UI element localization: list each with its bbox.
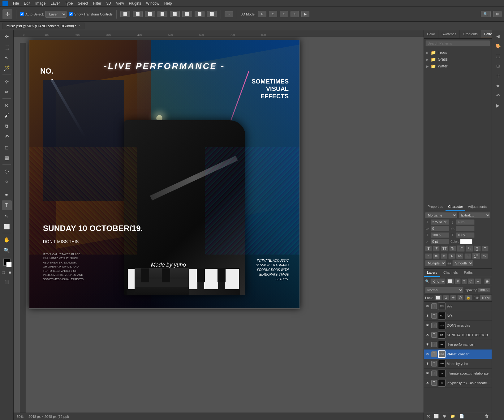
align-right-btn[interactable]: ⬜	[145, 11, 155, 17]
filter-shape-btn[interactable]: ⬡	[468, 278, 474, 284]
tracking-input[interactable]	[456, 226, 475, 231]
dodge-tool[interactable]: ○	[2, 177, 12, 186]
menu-3d[interactable]: 3D	[106, 1, 111, 6]
layer-vis-dont[interactable]: 👁	[425, 323, 430, 328]
layer-vis-made[interactable]: 👁	[425, 361, 430, 366]
tab-color[interactable]: Color	[424, 30, 438, 38]
align-top-btn[interactable]: ⬜	[157, 11, 167, 17]
text-tool[interactable]: T	[2, 200, 12, 210]
layer-item-intimate[interactable]: 👁 T Inti intimate acou...ith elaborate	[424, 369, 492, 378]
styles-panel-btn[interactable]: ★	[493, 81, 503, 90]
layer-vis-no[interactable]: 👁	[425, 313, 430, 318]
menu-select[interactable]: Select	[78, 1, 88, 6]
collapse-panel-btn[interactable]: ◀	[493, 32, 503, 41]
quick-mask-btn[interactable]: ◉	[7, 269, 13, 275]
lock-all-btn[interactable]: 🔒	[465, 295, 472, 300]
menu-view[interactable]: View	[116, 1, 124, 6]
fill-input[interactable]	[480, 295, 492, 301]
move-tool[interactable]: ✛	[2, 32, 12, 41]
font-size-input[interactable]	[431, 219, 449, 225]
fraction-btn[interactable]: ½	[481, 253, 488, 259]
ligature-ffi-btn[interactable]: ffi	[433, 253, 440, 259]
more-options-btn[interactable]: ···	[225, 11, 233, 17]
pattern-group-trees[interactable]: ▶ 📁 Trees	[424, 49, 492, 56]
font-family-select[interactable]: Morgante	[425, 212, 457, 218]
properties-panel-btn[interactable]: ⊞	[493, 61, 503, 71]
3d-move-btn[interactable]: ⊹	[291, 11, 299, 17]
layer-vis-live[interactable]: 👁	[425, 342, 430, 347]
auto-select-dropdown[interactable]: Layer Group	[45, 11, 67, 18]
history-tool[interactable]: ↶	[2, 132, 12, 142]
layer-vis-typically[interactable]: 👁	[425, 380, 430, 385]
anti-alias-select[interactable]: Multiple Single	[425, 260, 446, 266]
3d-zoom-btn[interactable]: ✦	[280, 11, 288, 17]
underline-btn[interactable]: T	[474, 246, 481, 251]
app-icon[interactable]	[2, 1, 8, 6]
delete-layer-btn[interactable]: 🗑	[483, 413, 490, 419]
lasso-tool[interactable]: ∿	[2, 53, 12, 62]
eraser-tool[interactable]: ◻	[2, 142, 12, 152]
allcaps-btn[interactable]: TT	[441, 246, 448, 251]
subscript-btn[interactable]: T+	[466, 245, 473, 252]
layers-panel-btn[interactable]: ⬚	[493, 51, 503, 61]
font-style-select[interactable]: ExtraB...	[459, 212, 491, 218]
add-adjustment-btn[interactable]: ⊕	[441, 413, 448, 419]
layer-item-made[interactable]: 👁 T Made Made by yuho	[424, 359, 492, 369]
layer-filter-select[interactable]: Kind	[430, 278, 446, 285]
menu-help[interactable]: Help	[164, 1, 172, 6]
show-transform-checkbox[interactable]	[69, 12, 73, 16]
tab-properties[interactable]: Properties	[425, 203, 446, 211]
ligature-st-btn[interactable]: st	[441, 253, 447, 259]
layer-item-live[interactable]: 👁 T Live -live performance -	[424, 340, 492, 349]
document-tab[interactable]: music.psd @ 50% (PIANO concert, RGB/8#) …	[2, 23, 84, 29]
bold-btn[interactable]: T	[425, 246, 432, 251]
anti-alias-mode-select[interactable]: Smooth Sharp Crisp Strong None	[452, 260, 473, 266]
selection-tool[interactable]: ⬚	[2, 42, 12, 52]
spot-heal-tool[interactable]: ⊘	[2, 100, 12, 110]
clone-tool[interactable]: ⧉	[2, 121, 12, 131]
strikethrough-btn[interactable]: T	[482, 246, 489, 251]
search-btn[interactable]: 🔍	[481, 11, 491, 17]
blend-mode-select[interactable]: Normal Multiply Screen	[425, 287, 463, 293]
add-fx-btn[interactable]: fx	[425, 413, 431, 419]
filter-smart-btn[interactable]: ★	[475, 278, 481, 284]
color-swatch[interactable]	[460, 239, 472, 244]
pen-tool[interactable]: ✒	[2, 190, 12, 200]
tab-close-btn[interactable]: ×	[79, 24, 80, 28]
align-left-btn[interactable]: ⬜	[120, 11, 130, 17]
filter-adjust-btn[interactable]: ⊘	[455, 278, 461, 284]
workspace-btn[interactable]: ⊞	[493, 11, 502, 17]
brush-tool[interactable]: 🖌	[2, 111, 12, 121]
3d-extra-btn[interactable]: ▶	[301, 11, 309, 17]
tab-character[interactable]: Character	[446, 203, 465, 211]
foreground-color[interactable]	[3, 259, 11, 266]
layers-tab-paths[interactable]: Paths	[461, 269, 476, 277]
canvas-image-wrapper[interactable]: -LIVE PERFORMANCE - NO. SOMETIMES VISUAL…	[29, 40, 300, 309]
distribute-h-btn[interactable]: ⬜	[195, 11, 205, 17]
lock-gradient-btn[interactable]: ⊘	[443, 295, 449, 300]
layer-item-999[interactable]: 👁 T 999 999	[424, 302, 492, 311]
menu-plugins[interactable]: Plugins	[129, 1, 141, 6]
magic-wand-tool[interactable]: 🪄	[2, 63, 12, 73]
title-btn[interactable]: T	[464, 253, 471, 259]
layer-item-piano[interactable]: 👁 T PIANO PIANO concert	[424, 349, 492, 359]
layer-vis-piano[interactable]: 👁	[425, 352, 430, 357]
ordinal-btn[interactable]: 1st	[472, 253, 480, 259]
lock-pixels-btn[interactable]: ⬜	[434, 295, 442, 300]
menu-filter[interactable]: Filter	[93, 1, 101, 6]
lock-artboard-btn[interactable]: ⬡	[457, 295, 463, 300]
layers-tab-channels[interactable]: Channels	[440, 269, 461, 277]
history-panel-btn[interactable]: ↶	[493, 91, 503, 100]
swash-btn[interactable]: A	[448, 253, 455, 259]
actions-panel-btn[interactable]: ▶	[493, 101, 503, 110]
menu-file[interactable]: File	[13, 1, 19, 6]
filter-pixel-btn[interactable]: ⬜	[446, 278, 454, 284]
layer-item-typically[interactable]: 👁 T It t It typically tak...as a theater…	[424, 378, 492, 388]
crop-tool[interactable]: ⊹	[2, 76, 12, 86]
smallcaps-btn[interactable]: Tt	[449, 246, 456, 251]
ligature-fi-btn[interactable]: fi	[425, 253, 432, 259]
blur-tool[interactable]: ◌	[2, 166, 12, 176]
pattern-group-grass[interactable]: ▶ 📁 Grass	[424, 56, 492, 63]
pattern-group-water[interactable]: ▶ 📁 Water	[424, 63, 492, 70]
patterns-search-input[interactable]	[425, 40, 490, 46]
